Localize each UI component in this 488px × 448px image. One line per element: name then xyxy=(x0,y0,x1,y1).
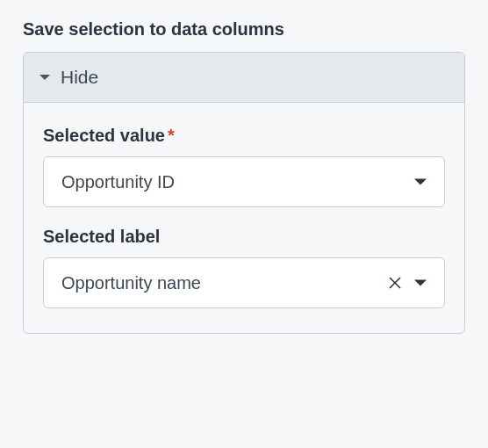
selected-value-label: Selected value* xyxy=(43,126,445,146)
chevron-down-icon[interactable] xyxy=(414,177,427,186)
chevron-down-icon[interactable] xyxy=(414,278,427,287)
select-actions xyxy=(414,177,427,186)
selected-value-text: Opportunity ID xyxy=(61,172,414,192)
panel: Hide Selected value* Opportunity ID Sele… xyxy=(23,52,465,334)
selected-label-text: Opportunity name xyxy=(61,273,388,293)
panel-body: Selected value* Opportunity ID Selected … xyxy=(24,103,464,333)
clear-icon[interactable] xyxy=(388,276,402,290)
label-text: Selected label xyxy=(43,227,160,246)
selected-label-label: Selected label xyxy=(43,227,445,247)
field-selected-label: Selected label Opportunity name xyxy=(43,227,445,308)
panel-header[interactable]: Hide xyxy=(24,53,464,103)
selected-value-dropdown[interactable]: Opportunity ID xyxy=(43,156,445,207)
collapse-caret-icon xyxy=(39,73,50,82)
section-title: Save selection to data columns xyxy=(23,19,465,40)
select-actions xyxy=(388,276,427,290)
field-selected-value: Selected value* Opportunity ID xyxy=(43,126,445,207)
label-text: Selected value xyxy=(43,126,165,145)
panel-header-label: Hide xyxy=(61,67,98,88)
required-asterisk-icon: * xyxy=(168,126,175,145)
selected-label-dropdown[interactable]: Opportunity name xyxy=(43,257,445,308)
